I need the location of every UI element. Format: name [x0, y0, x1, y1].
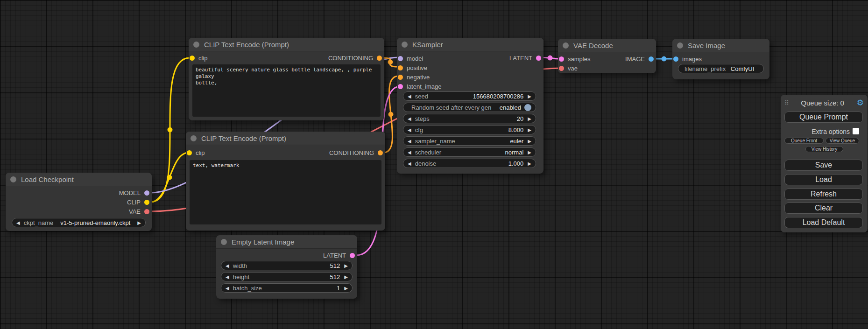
model-port-icon[interactable]	[144, 190, 149, 196]
seed-widget[interactable]: ◀ seed 156680208700286 ▶	[403, 91, 536, 101]
width-widget[interactable]: ◀ width 512 ▶	[221, 261, 353, 270]
view-history-button[interactable]: View History	[805, 146, 843, 152]
random-seed-toggle-icon[interactable]	[524, 104, 531, 111]
left-arrow-icon[interactable]: ◀	[16, 220, 20, 225]
node-titlebar[interactable]: Save Image	[672, 39, 769, 52]
right-arrow-icon[interactable]: ▶	[137, 220, 141, 225]
left-arrow-icon[interactable]: ◀	[408, 161, 411, 166]
conditioning-port-icon[interactable]	[377, 56, 382, 61]
collapse-dot-icon[interactable]	[402, 42, 408, 48]
right-arrow-icon[interactable]: ▶	[344, 274, 348, 280]
input-samples: samples	[559, 55, 590, 63]
prompt-textarea[interactable]: beautiful scenery nature glass bottle la…	[192, 64, 381, 117]
denoise-widget[interactable]: ◀ denoise 1.000 ▶	[403, 159, 536, 168]
left-arrow-icon[interactable]: ◀	[226, 286, 229, 291]
vae-port-icon[interactable]	[144, 209, 149, 214]
clip-port-icon[interactable]	[144, 200, 149, 205]
node-title: Save Image	[688, 42, 725, 49]
image-port-icon[interactable]	[649, 56, 654, 62]
right-arrow-icon[interactable]: ▶	[344, 286, 348, 291]
clip-port-icon[interactable]	[190, 56, 195, 61]
left-arrow-icon[interactable]: ◀	[408, 127, 411, 133]
collapse-dot-icon[interactable]	[191, 135, 197, 141]
image-port-icon[interactable]	[673, 56, 678, 62]
refresh-button[interactable]: Refresh	[784, 189, 863, 200]
link-midpoint-dot	[168, 127, 172, 132]
latent-port-icon[interactable]	[536, 56, 541, 61]
queue-size-label: Queue size: 0	[789, 99, 857, 107]
left-arrow-icon[interactable]: ◀	[408, 94, 411, 99]
node-load-checkpoint[interactable]: Load Checkpoint MODEL CLIP VAE ◀ ckpt_na…	[6, 173, 152, 231]
random-seed-toggle[interactable]: Random seed after every gen enabled	[403, 103, 536, 112]
node-titlebar[interactable]: VAE Decode	[558, 39, 656, 52]
node-titlebar[interactable]: CLIP Text Encode (Prompt)	[186, 132, 385, 145]
drag-handle-icon[interactable]: ⠿	[784, 99, 789, 106]
latent-port-icon[interactable]	[398, 84, 403, 89]
steps-widget[interactable]: ◀ steps 20 ▶	[403, 114, 536, 123]
node-clip-text-encode-positive[interactable]: CLIP Text Encode (Prompt) clip CONDITION…	[189, 38, 384, 120]
save-button[interactable]: Save	[784, 160, 863, 171]
right-arrow-icon[interactable]: ▶	[528, 150, 531, 155]
collapse-dot-icon[interactable]	[193, 42, 199, 48]
filename-prefix-widget[interactable]: filename_prefix ComfyUI	[678, 64, 764, 73]
input-negative: negative	[398, 73, 430, 81]
model-port-icon[interactable]	[398, 56, 403, 61]
node-titlebar[interactable]: Load Checkpoint	[6, 173, 152, 186]
sampler-name-widget[interactable]: ◀ sampler_name euler ▶	[403, 136, 536, 146]
gear-icon[interactable]: ⚙	[857, 99, 864, 107]
node-title: Load Checkpoint	[21, 175, 74, 183]
node-empty-latent-image[interactable]: Empty Latent Image LATENT ◀ width 512 ▶ …	[216, 235, 357, 299]
node-graph-canvas[interactable]: Load Checkpoint MODEL CLIP VAE ◀ ckpt_na…	[0, 0, 868, 329]
left-arrow-icon[interactable]: ◀	[408, 139, 411, 144]
output-conditioning: CONDITIONING	[328, 54, 382, 62]
node-title: CLIP Text Encode (Prompt)	[204, 41, 289, 49]
right-arrow-icon[interactable]: ▶	[528, 139, 531, 144]
node-titlebar[interactable]: CLIP Text Encode (Prompt)	[189, 38, 384, 51]
height-widget[interactable]: ◀ height 512 ▶	[221, 272, 353, 281]
prompt-textarea[interactable]: text, watermark	[190, 160, 381, 224]
conditioning-port-icon[interactable]	[398, 75, 403, 80]
left-arrow-icon[interactable]: ◀	[226, 274, 229, 280]
latent-port-icon[interactable]	[559, 56, 564, 62]
input-vae: vae	[559, 64, 578, 72]
output-model: MODEL	[119, 189, 149, 196]
collapse-dot-icon[interactable]	[10, 176, 16, 182]
load-button[interactable]: Load	[784, 174, 863, 185]
conditioning-port-icon[interactable]	[378, 150, 383, 155]
scheduler-widget[interactable]: ◀ scheduler normal ▶	[403, 147, 536, 157]
right-arrow-icon[interactable]: ▶	[528, 94, 531, 99]
node-title: Empty Latent Image	[232, 238, 294, 246]
input-latent-image: latent_image	[398, 83, 441, 90]
right-arrow-icon[interactable]: ▶	[344, 263, 348, 268]
collapse-dot-icon[interactable]	[221, 239, 227, 245]
left-arrow-icon[interactable]: ◀	[408, 150, 411, 155]
node-titlebar[interactable]: Empty Latent Image	[216, 235, 357, 249]
collapse-dot-icon[interactable]	[563, 42, 569, 49]
batch-size-widget[interactable]: ◀ batch_size 1 ▶	[221, 283, 353, 293]
load-default-button[interactable]: Load Default	[784, 217, 863, 228]
left-arrow-icon[interactable]: ◀	[226, 263, 229, 268]
queue-front-button[interactable]: Queue Front	[784, 138, 824, 144]
node-save-image[interactable]: Save Image images filename_prefix ComfyU…	[672, 39, 769, 79]
collapse-dot-icon[interactable]	[677, 42, 683, 49]
left-arrow-icon[interactable]: ◀	[408, 116, 411, 121]
node-vae-decode[interactable]: VAE Decode samples IMAGE vae	[558, 39, 656, 73]
input-clip: clip	[190, 54, 208, 62]
right-arrow-icon[interactable]: ▶	[528, 116, 531, 121]
ckpt-name-widget[interactable]: ◀ ckpt_name v1-5-pruned-emaonly.ckpt ▶	[12, 218, 146, 227]
node-title: KSampler	[412, 41, 443, 49]
clear-button[interactable]: Clear	[784, 203, 863, 214]
right-arrow-icon[interactable]: ▶	[528, 127, 531, 133]
cfg-widget[interactable]: ◀ cfg 8.000 ▶	[403, 125, 536, 134]
right-arrow-icon[interactable]: ▶	[528, 161, 531, 166]
view-queue-button[interactable]: View Queue	[826, 138, 859, 144]
vae-port-icon[interactable]	[559, 66, 564, 71]
extra-options-checkbox[interactable]	[853, 128, 859, 134]
node-clip-text-encode-negative[interactable]: CLIP Text Encode (Prompt) clip CONDITION…	[186, 132, 385, 231]
node-ksampler[interactable]: KSampler model LATENT positive negative …	[397, 38, 543, 174]
conditioning-port-icon[interactable]	[398, 65, 403, 70]
latent-port-icon[interactable]	[350, 253, 355, 258]
clip-port-icon[interactable]	[187, 150, 192, 155]
node-titlebar[interactable]: KSampler	[397, 38, 543, 51]
queue-prompt-button[interactable]: Queue Prompt	[784, 112, 863, 123]
